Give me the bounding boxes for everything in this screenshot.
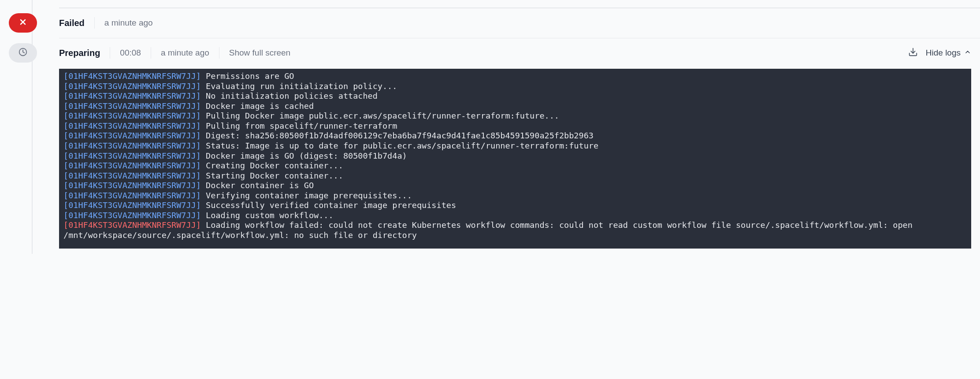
log-message: Docker image is cached <box>201 101 314 111</box>
log-tag: [01HF4KST3GVAZNHMKNRFSRW7JJ] <box>63 141 201 150</box>
log-tag: [01HF4KST3GVAZNHMKNRFSRW7JJ] <box>63 191 201 200</box>
x-icon <box>19 19 26 27</box>
log-message: Pulling Docker image public.ecr.aws/spac… <box>201 111 559 120</box>
log-line: [01HF4KST3GVAZNHMKNRFSRW7JJ] Verifying c… <box>63 191 967 201</box>
log-tag-error: [01HF4KST3GVAZNHMKNRFSRW7JJ] <box>63 220 201 230</box>
log-terminal[interactable]: [01HF4KST3GVAZNHMKNRFSRW7JJ] Permissions… <box>59 69 971 249</box>
separator <box>94 17 95 29</box>
stage-preparing-title: Preparing <box>59 48 100 58</box>
log-line: [01HF4KST3GVAZNHMKNRFSRW7JJ] No initiali… <box>63 91 967 101</box>
stage-failed-timestamp: a minute ago <box>104 18 153 28</box>
log-line: [01HF4KST3GVAZNHMKNRFSRW7JJ] Pulling Doc… <box>63 111 967 121</box>
log-tag: [01HF4KST3GVAZNHMKNRFSRW7JJ] <box>63 101 201 111</box>
log-message: Creating Docker container... <box>201 161 343 170</box>
log-tag: [01HF4KST3GVAZNHMKNRFSRW7JJ] <box>63 161 201 170</box>
log-message: Successfully verified container image pr… <box>201 201 456 210</box>
stage-failed-row: Failed a minute ago <box>0 8 980 38</box>
separator <box>219 47 219 59</box>
log-tag: [01HF4KST3GVAZNHMKNRFSRW7JJ] <box>63 211 201 220</box>
stage-failed-title: Failed <box>59 18 85 28</box>
log-message: Permissions are GO <box>201 71 294 81</box>
log-line: [01HF4KST3GVAZNHMKNRFSRW7JJ] Digest: sha… <box>63 131 967 141</box>
log-line: [01HF4KST3GVAZNHMKNRFSRW7JJ] Docker cont… <box>63 181 967 191</box>
log-tag: [01HF4KST3GVAZNHMKNRFSRW7JJ] <box>63 91 201 100</box>
stage-preparing-timestamp: a minute ago <box>161 48 209 58</box>
stage-preparing-row: Preparing 00:08 a minute ago Show full s… <box>0 38 980 254</box>
log-line: [01HF4KST3GVAZNHMKNRFSRW7JJ] Status: Ima… <box>63 141 967 151</box>
log-line: [01HF4KST3GVAZNHMKNRFSRW7JJ] Successfull… <box>63 201 967 211</box>
log-line: [01HF4KST3GVAZNHMKNRFSRW7JJ] Pulling fro… <box>63 121 967 131</box>
log-tag: [01HF4KST3GVAZNHMKNRFSRW7JJ] <box>63 82 201 91</box>
chevron-up-icon <box>964 48 971 58</box>
log-message: Evaluating run initialization policy... <box>201 82 397 91</box>
log-tag: [01HF4KST3GVAZNHMKNRFSRW7JJ] <box>63 71 201 81</box>
log-message: Verifying container image prerequisites.… <box>201 191 412 200</box>
log-line: [01HF4KST3GVAZNHMKNRFSRW7JJ] Docker imag… <box>63 151 967 161</box>
log-tag: [01HF4KST3GVAZNHMKNRFSRW7JJ] <box>63 111 201 120</box>
log-message: Status: Image is up to date for public.e… <box>201 141 598 150</box>
failed-badge <box>9 13 37 33</box>
log-tag: [01HF4KST3GVAZNHMKNRFSRW7JJ] <box>63 181 201 190</box>
log-line: [01HF4KST3GVAZNHMKNRFSRW7JJ] Evaluating … <box>63 82 967 92</box>
clock-icon <box>18 47 28 59</box>
log-tag: [01HF4KST3GVAZNHMKNRFSRW7JJ] <box>63 201 201 210</box>
hide-logs-button[interactable]: Hide logs <box>926 48 971 58</box>
separator <box>151 47 151 59</box>
log-tag: [01HF4KST3GVAZNHMKNRFSRW7JJ] <box>63 131 201 140</box>
log-tag: [01HF4KST3GVAZNHMKNRFSRW7JJ] <box>63 121 201 130</box>
log-line: [01HF4KST3GVAZNHMKNRFSRW7JJ] Loading wor… <box>63 220 967 240</box>
stage-preparing-duration: 00:08 <box>120 48 141 58</box>
log-line: [01HF4KST3GVAZNHMKNRFSRW7JJ] Loading cus… <box>63 211 967 221</box>
hide-logs-label: Hide logs <box>926 48 961 58</box>
log-message: Starting Docker container... <box>201 171 343 180</box>
download-icon <box>908 47 918 59</box>
log-line: [01HF4KST3GVAZNHMKNRFSRW7JJ] Starting Do… <box>63 171 967 181</box>
log-message: Loading custom workflow... <box>201 211 334 220</box>
log-message: No initialization policies attached <box>201 91 378 100</box>
download-logs-button[interactable] <box>908 47 918 59</box>
log-line: [01HF4KST3GVAZNHMKNRFSRW7JJ] Creating Do… <box>63 161 967 171</box>
log-tag: [01HF4KST3GVAZNHMKNRFSRW7JJ] <box>63 151 201 160</box>
preparing-badge <box>9 43 37 63</box>
show-full-screen-button[interactable]: Show full screen <box>229 48 290 58</box>
log-message: Docker image is GO (digest: 80500f1b7d4a… <box>201 151 407 160</box>
log-message: Pulling from spacelift/runner-terraform <box>201 121 397 130</box>
log-message: Digest: sha256:80500f1b7d4adf006129c7eba… <box>201 131 594 140</box>
separator <box>110 47 110 59</box>
log-message: Docker container is GO <box>201 181 314 190</box>
log-line: [01HF4KST3GVAZNHMKNRFSRW7JJ] Docker imag… <box>63 101 967 111</box>
log-line: [01HF4KST3GVAZNHMKNRFSRW7JJ] Permissions… <box>63 71 967 82</box>
log-tag: [01HF4KST3GVAZNHMKNRFSRW7JJ] <box>63 171 201 180</box>
